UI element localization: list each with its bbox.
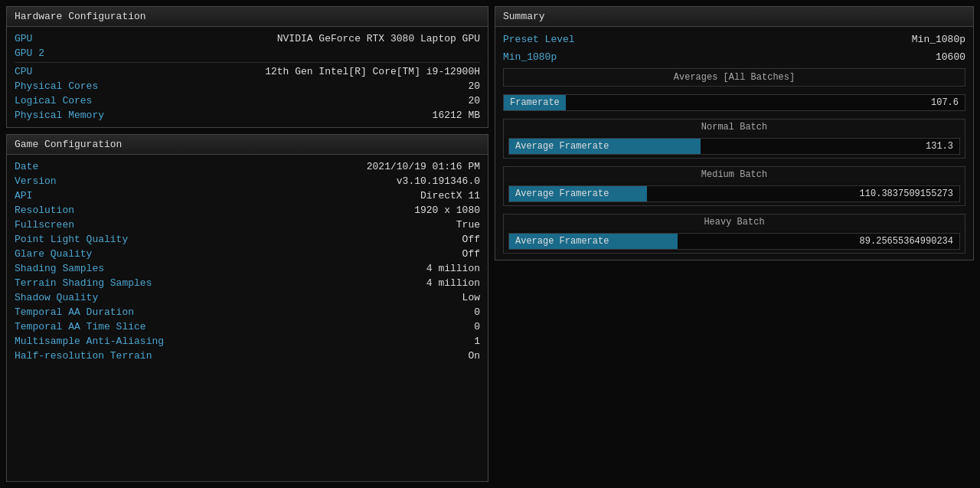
temporal-aa-duration-label: Temporal AA Duration bbox=[15, 306, 134, 318]
summary-header: Summary bbox=[495, 6, 974, 27]
averages-header: Averages [All Batches] bbox=[503, 68, 965, 87]
logical-cores-label: Logical Cores bbox=[15, 95, 92, 106]
shadow-value: Low bbox=[462, 292, 480, 303]
min1080p-row: Min_1080p 10600 bbox=[503, 51, 965, 64]
version-value: v3.10.191346.0 bbox=[397, 175, 480, 187]
api-row: API DirectX 11 bbox=[15, 188, 480, 203]
shading-label: Shading Samples bbox=[15, 263, 104, 274]
heavy-batch-section: Heavy Batch Average Framerate 89.2565536… bbox=[503, 214, 965, 254]
point-light-row: Point Light Quality Off bbox=[15, 232, 480, 247]
msaa-label: Multisample Anti-Aliasing bbox=[15, 336, 164, 347]
fullscreen-label: Fullscreen bbox=[15, 219, 74, 231]
terrain-row: Terrain Shading Samples 4 million bbox=[15, 276, 480, 290]
medium-batch-section: Medium Batch Average Framerate 110.38375… bbox=[503, 166, 965, 206]
version-label: Version bbox=[15, 175, 57, 187]
normal-framerate-bar: Average Framerate 131.3 bbox=[508, 138, 960, 155]
medium-batch-header: Medium Batch bbox=[504, 167, 965, 182]
fullscreen-row: Fullscreen True bbox=[15, 218, 480, 232]
shading-row: Shading Samples 4 million bbox=[15, 261, 480, 276]
cpu-label: CPU bbox=[15, 66, 32, 77]
hw-divider bbox=[15, 62, 480, 63]
shading-value: 4 million bbox=[426, 263, 480, 274]
game-config-header: Game Configuration bbox=[6, 134, 488, 155]
physical-memory-row: Physical Memory 16212 MB bbox=[15, 108, 480, 123]
game-config-content: Date 2021/10/19 01:16 PM Version v3.10.1… bbox=[6, 155, 488, 482]
right-panel: Summary Preset Level Min_1080p Min_1080p… bbox=[495, 6, 974, 482]
normal-avg-value: 131.3 bbox=[920, 139, 959, 154]
cpu-row: CPU 12th Gen Intel[R] Core[TM] i9-12900H bbox=[15, 64, 480, 79]
temporal-aa-slice-row: Temporal AA Time Slice 0 bbox=[15, 319, 480, 334]
msaa-row: Multisample Anti-Aliasing 1 bbox=[15, 334, 480, 349]
terrain-value: 4 million bbox=[426, 277, 480, 289]
summary-content: Preset Level Min_1080p Min_1080p 10600 A… bbox=[495, 27, 974, 260]
medium-framerate-bar: Average Framerate 110.3837509155273 bbox=[508, 185, 960, 202]
version-row: Version v3.10.191346.0 bbox=[15, 174, 480, 188]
medium-batch-content: Average Framerate 110.3837509155273 bbox=[504, 182, 965, 205]
temporal-aa-slice-value: 0 bbox=[474, 321, 480, 332]
min1080p-label: Min_1080p bbox=[503, 51, 557, 63]
hardware-config-header: Hardware Configuration bbox=[6, 6, 488, 27]
physical-cores-label: Physical Cores bbox=[15, 80, 98, 92]
min1080p-value: 10600 bbox=[936, 51, 965, 63]
gpu2-row: GPU 2 bbox=[15, 46, 480, 61]
date-label: Date bbox=[15, 161, 38, 172]
fullscreen-value: True bbox=[456, 219, 480, 231]
preset-level-value: Min_1080p bbox=[912, 34, 965, 45]
point-light-label: Point Light Quality bbox=[15, 234, 128, 245]
heavy-framerate-bar: Average Framerate 89.25655364990234 bbox=[508, 233, 960, 250]
resolution-value: 1920 x 1080 bbox=[414, 205, 480, 216]
glare-value: Off bbox=[462, 248, 480, 260]
physical-memory-label: Physical Memory bbox=[15, 110, 104, 121]
resolution-row: Resolution 1920 x 1080 bbox=[15, 203, 480, 218]
terrain-label: Terrain Shading Samples bbox=[15, 277, 152, 289]
date-row: Date 2021/10/19 01:16 PM bbox=[15, 159, 480, 174]
glare-row: Glare Quality Off bbox=[15, 247, 480, 261]
medium-avg-value: 110.3837509155273 bbox=[854, 186, 959, 201]
temporal-aa-slice-label: Temporal AA Time Slice bbox=[15, 321, 146, 332]
cpu-value: 12th Gen Intel[R] Core[TM] i9-12900H bbox=[265, 66, 480, 77]
preset-level-row: Preset Level Min_1080p bbox=[503, 33, 965, 46]
physical-memory-value: 16212 MB bbox=[433, 110, 480, 121]
left-panel: Hardware Configuration GPU NVIDIA GeForc… bbox=[6, 6, 488, 482]
msaa-value: 1 bbox=[474, 336, 480, 347]
shadow-row: Shadow Quality Low bbox=[15, 290, 480, 305]
logical-cores-row: Logical Cores 20 bbox=[15, 93, 480, 108]
halfres-value: On bbox=[468, 350, 480, 362]
heavy-avg-label: Average Framerate bbox=[509, 234, 678, 249]
logical-cores-value: 20 bbox=[468, 95, 480, 106]
heavy-batch-content: Average Framerate 89.25655364990234 bbox=[504, 230, 965, 253]
physical-cores-row: Physical Cores 20 bbox=[15, 79, 480, 93]
temporal-aa-duration-value: 0 bbox=[474, 306, 480, 318]
physical-cores-value: 20 bbox=[468, 80, 480, 92]
temporal-aa-duration-row: Temporal AA Duration 0 bbox=[15, 305, 480, 319]
heavy-batch-header: Heavy Batch bbox=[504, 215, 965, 230]
point-light-value: Off bbox=[462, 234, 480, 245]
shadow-label: Shadow Quality bbox=[15, 292, 98, 303]
hardware-config-content: GPU NVIDIA GeForce RTX 3080 Laptop GPU G… bbox=[6, 27, 488, 128]
halfres-label: Half-resolution Terrain bbox=[15, 350, 152, 362]
normal-batch-content: Average Framerate 131.3 bbox=[504, 135, 965, 158]
framerate-bar-container: Framerate 107.6 bbox=[503, 94, 965, 111]
normal-batch-header: Normal Batch bbox=[504, 120, 965, 135]
gpu-value: NVIDIA GeForce RTX 3080 Laptop GPU bbox=[277, 33, 480, 44]
normal-avg-label: Average Framerate bbox=[509, 139, 701, 154]
glare-label: Glare Quality bbox=[15, 248, 92, 260]
framerate-bar-label: Framerate bbox=[504, 95, 566, 110]
date-value: 2021/10/19 01:16 PM bbox=[367, 161, 480, 172]
heavy-avg-value: 89.25655364990234 bbox=[854, 234, 959, 249]
gpu2-label: GPU 2 bbox=[15, 47, 44, 59]
gpu-label: GPU bbox=[15, 33, 32, 44]
api-label: API bbox=[15, 190, 32, 201]
gpu-row: GPU NVIDIA GeForce RTX 3080 Laptop GPU bbox=[15, 31, 480, 46]
resolution-label: Resolution bbox=[15, 205, 74, 216]
preset-level-label: Preset Level bbox=[503, 34, 575, 45]
api-value: DirectX 11 bbox=[420, 190, 480, 201]
halfres-row: Half-resolution Terrain On bbox=[15, 349, 480, 363]
framerate-bar-value: 107.6 bbox=[925, 95, 965, 110]
normal-batch-section: Normal Batch Average Framerate 131.3 bbox=[503, 119, 965, 159]
medium-avg-label: Average Framerate bbox=[509, 186, 647, 201]
